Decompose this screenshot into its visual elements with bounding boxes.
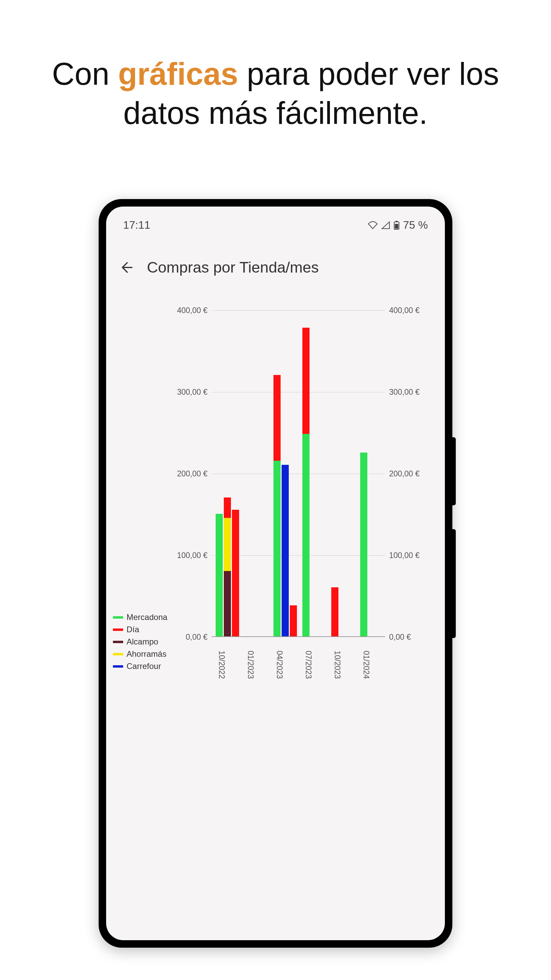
- chart-bar-segment: [224, 518, 231, 571]
- phone-mockup: 17:11 75 % Compras por Tienda/mes: [98, 199, 453, 948]
- status-right: 75 %: [368, 219, 428, 231]
- chart-xtick: 10/2022: [217, 651, 226, 679]
- chart-ytick-right: 300,00 €: [385, 388, 420, 397]
- chart-ytick-left: 0,00 €: [186, 633, 211, 642]
- chart-xtick: 10/2023: [333, 651, 342, 679]
- chart-bar: [302, 328, 310, 636]
- chart-gridline: [211, 474, 385, 474]
- chart-ytick-right: 200,00 €: [385, 469, 420, 479]
- legend-swatch: [113, 616, 123, 619]
- legend-item: Alcampo: [113, 637, 167, 646]
- chart-bar-segment: [273, 375, 281, 461]
- chart-bar: [282, 465, 289, 636]
- chart-ytick-left: 200,00 €: [177, 469, 211, 479]
- chart-bar-segment: [360, 453, 367, 636]
- legend-label: Mercadona: [127, 612, 167, 622]
- legend-swatch: [113, 641, 123, 643]
- chart-ytick-right: 400,00 €: [385, 306, 420, 315]
- chart-bar-group: [216, 498, 239, 636]
- chart-bar: [216, 514, 223, 636]
- chart-bar-segment: [290, 605, 297, 636]
- chart-bar: [360, 453, 367, 636]
- back-arrow-icon[interactable]: [120, 261, 133, 274]
- legend-label: Ahorramás: [127, 649, 166, 659]
- legend-label: Carrefour: [127, 662, 161, 671]
- chart-bar-segment: [224, 498, 231, 518]
- chart-ytick-left: 400,00 €: [177, 306, 211, 315]
- battery-icon: [394, 221, 400, 230]
- legend-swatch: [113, 628, 123, 631]
- legend-item: Día: [113, 625, 167, 634]
- chart-bar: [224, 498, 231, 636]
- svg-rect-1: [395, 221, 398, 222]
- legend-item: Carrefour: [113, 662, 167, 671]
- legend-item: Mercadona: [113, 612, 167, 622]
- chart-bar: [273, 375, 281, 636]
- headline-accent: gráficas: [118, 56, 238, 91]
- headline-prefix: Con: [52, 56, 118, 91]
- chart-bar-group: [302, 328, 310, 636]
- chart-bar-group: [331, 587, 338, 636]
- chart-bar-segment: [282, 465, 289, 636]
- chart-bar-segment: [232, 510, 239, 636]
- chart-plot-area: 0,00 €0,00 €100,00 €100,00 €200,00 €200,…: [211, 310, 385, 637]
- legend-item: Ahorramás: [113, 649, 167, 659]
- chart-bar: [232, 510, 239, 636]
- chart-bar-segment: [273, 461, 281, 636]
- chart-ytick-left: 100,00 €: [177, 551, 211, 560]
- chart-bar: [331, 587, 338, 636]
- svg-rect-2: [395, 224, 398, 229]
- chart-xtick: 07/2023: [304, 651, 313, 679]
- chart-bar-segment: [302, 328, 310, 434]
- title-bar: Compras por Tienda/mes: [106, 238, 445, 290]
- chart-bar-segment: [302, 434, 310, 636]
- chart-ytick-right: 100,00 €: [385, 551, 420, 560]
- marketing-headline: Con gráficas para poder ver los datos má…: [0, 54, 551, 133]
- chart-bar-segment: [224, 571, 231, 636]
- legend-label: Alcampo: [127, 637, 158, 646]
- chart-gridline: [211, 310, 385, 311]
- chart-bar-group: [273, 375, 297, 636]
- chart-bar-group: [360, 453, 367, 636]
- page-title: Compras por Tienda/mes: [147, 259, 319, 276]
- wifi-icon: [368, 221, 378, 229]
- chart-gridline: [211, 392, 385, 392]
- chart-xtick: 01/2024: [362, 651, 371, 679]
- legend-label: Día: [127, 625, 139, 634]
- chart-ytick-left: 300,00 €: [177, 388, 211, 397]
- legend-swatch: [113, 653, 123, 655]
- chart-bar: [290, 605, 297, 636]
- chart-legend: MercadonaDíaAlcampoAhorramásCarrefour: [113, 610, 167, 674]
- chart-container: 0,00 €0,00 €100,00 €100,00 €200,00 €200,…: [113, 310, 438, 719]
- chart-bar-segment: [331, 587, 338, 636]
- status-bar: 17:11 75 %: [106, 207, 445, 238]
- legend-swatch: [113, 665, 123, 668]
- phone-screen: 17:11 75 % Compras por Tienda/mes: [106, 207, 445, 940]
- signal-icon: [381, 221, 390, 229]
- status-time: 17:11: [123, 219, 150, 231]
- chart-bar-segment: [216, 514, 223, 636]
- chart-xtick: 01/2023: [246, 651, 255, 679]
- status-battery-text: 75 %: [403, 219, 428, 231]
- chart-ytick-right: 0,00 €: [385, 633, 411, 642]
- chart-xtick: 04/2023: [275, 651, 284, 679]
